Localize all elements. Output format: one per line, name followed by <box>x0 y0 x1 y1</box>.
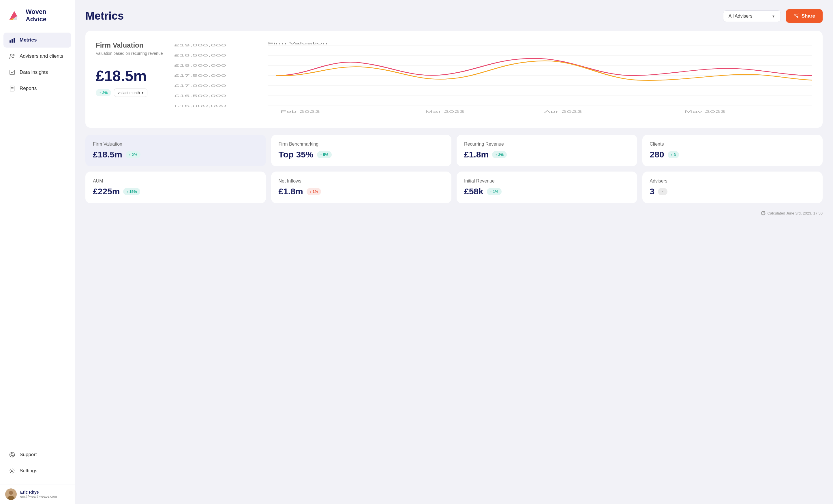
valuation-amount: £18.5m <box>96 67 163 85</box>
user-name: Eric Rhye <box>20 490 70 495</box>
sidebar-item-reports[interactable]: Reports <box>3 81 71 96</box>
up-arrow-icon: ↑ <box>99 91 101 95</box>
sidebar-item-settings[interactable]: Settings <box>3 463 71 478</box>
insights-label: Data insights <box>20 70 48 75</box>
avatar <box>5 488 17 500</box>
valuation-card-subtitle: Valuation based on recurring revenue <box>96 51 163 56</box>
metric-label: Advisers <box>650 178 815 184</box>
header-right: All Advisers ▾ Share <box>723 9 823 23</box>
user-email: eric@wealthweave.com <box>20 495 70 499</box>
svg-text:Apr 2023: Apr 2023 <box>544 110 582 113</box>
metric-card-initial-revenue[interactable]: Initial Revenue £58k ↑ 1% <box>457 172 637 203</box>
metric-badge: ↑ 15% <box>123 188 140 195</box>
adviser-select-value: All Advisers <box>729 14 753 19</box>
vs-period-label: vs last month <box>118 91 140 95</box>
metrics-icon <box>9 37 16 44</box>
metric-card-recurring-revenue[interactable]: Recurring Revenue £1.8m ↑ 3% <box>457 135 637 166</box>
main-nav: Metrics Advisers and clients Data insi <box>0 32 75 436</box>
sidebar-item-insights[interactable]: Data insights <box>3 65 71 80</box>
metric-badge: ↑ 5% <box>317 151 332 158</box>
sidebar-item-metrics[interactable]: Metrics <box>3 32 71 48</box>
svg-point-24 <box>797 13 798 14</box>
metric-value: £18.5m <box>93 150 122 160</box>
main-content: Metrics All Advisers ▾ Share <box>75 0 833 504</box>
svg-text:£16,000,000: £16,000,000 <box>174 104 226 107</box>
valuation-card-title: Firm Valuation <box>96 41 163 49</box>
svg-point-15 <box>11 454 13 456</box>
metrics-label: Metrics <box>20 37 37 43</box>
firm-valuation-card: Firm Valuation Valuation based on recurr… <box>86 31 823 128</box>
svg-text:£18,500,000: £18,500,000 <box>174 54 226 57</box>
user-section[interactable]: Eric Rhye eric@wealthweave.com <box>0 484 75 504</box>
chevron-down-icon: ▾ <box>772 14 775 19</box>
metric-card-benchmarking[interactable]: Firm Benchmarking Top 35% ↑ 5% <box>271 135 452 166</box>
refresh-icon <box>761 211 765 215</box>
advisers-icon <box>9 53 16 60</box>
reports-icon <box>9 85 16 92</box>
insights-icon <box>9 69 16 76</box>
metrics-grid-row1: Firm Valuation £18.5m ↑ 2% Firm Benchmar… <box>86 135 823 166</box>
metric-label: Recurring Revenue <box>464 142 630 147</box>
page-header: Metrics All Advisers ▾ Share <box>86 9 823 23</box>
metric-badge: ↑ 1% <box>487 188 502 195</box>
reports-label: Reports <box>20 86 37 91</box>
metric-value-row: £18.5m ↑ 2% <box>93 150 258 160</box>
support-label: Support <box>20 452 37 458</box>
metric-value-row: 280 ↑ 3 <box>650 150 815 160</box>
metric-card-aum[interactable]: AUM £225m ↑ 15% <box>86 172 266 203</box>
metric-badge: ↑ 3 <box>668 151 679 158</box>
valuation-badge: ↑ 2% <box>96 89 111 96</box>
metric-badge: ↑ 3% <box>492 151 507 158</box>
metric-value-row: £58k ↑ 1% <box>464 187 630 196</box>
svg-rect-5 <box>11 39 13 43</box>
metric-value: £1.8m <box>464 150 489 160</box>
share-icon <box>793 13 799 19</box>
sidebar-bottom: Support Settings <box>0 444 75 484</box>
adviser-dropdown[interactable]: All Advisers ▾ <box>723 10 781 22</box>
metric-label: AUM <box>93 178 258 184</box>
svg-text:May 2023: May 2023 <box>685 110 726 113</box>
metrics-grid-row2: AUM £225m ↑ 15% Net Inflows £1.8m ↓ 1% I… <box>86 172 823 203</box>
metric-label: Firm Valuation <box>93 142 258 147</box>
svg-text:£17,500,000: £17,500,000 <box>174 74 226 77</box>
metric-badge: ↓ 1% <box>307 188 321 195</box>
svg-rect-6 <box>14 38 15 43</box>
metric-value: 280 <box>650 150 664 160</box>
support-icon <box>9 451 16 458</box>
share-label: Share <box>802 13 815 19</box>
metric-value: £1.8m <box>279 187 303 196</box>
metric-badge: - <box>658 188 667 195</box>
share-button[interactable]: Share <box>786 9 823 23</box>
metric-value-row: £225m ↑ 15% <box>93 187 258 196</box>
chevron-down-icon: ▾ <box>142 91 144 95</box>
svg-text:Firm Valuation: Firm Valuation <box>268 42 328 45</box>
metric-value: £58k <box>464 187 483 196</box>
metric-card-firm-valuation[interactable]: Firm Valuation £18.5m ↑ 2% <box>86 135 266 166</box>
metric-card-net-inflows[interactable]: Net Inflows £1.8m ↓ 1% <box>271 172 452 203</box>
logo-area: Woven Advice <box>0 0 75 32</box>
metric-label: Clients <box>650 142 815 147</box>
metric-value: £225m <box>93 187 120 196</box>
sidebar-item-advisers[interactable]: Advisers and clients <box>3 49 71 64</box>
valuation-chart: £19,000,000 £18,500,000 £18,000,000 £17,… <box>174 41 812 117</box>
metric-value-row: Top 35% ↑ 5% <box>279 150 444 160</box>
metric-value-row: 3 - <box>650 187 815 196</box>
user-info: Eric Rhye eric@wealthweave.com <box>20 490 70 499</box>
metric-label: Firm Benchmarking <box>279 142 444 147</box>
vs-period-select[interactable]: vs last month ▾ <box>114 89 147 97</box>
svg-point-20 <box>11 470 13 472</box>
metric-label: Initial Revenue <box>464 178 630 184</box>
metric-value: 3 <box>650 187 655 196</box>
settings-label: Settings <box>20 468 37 474</box>
metric-card-advisers[interactable]: Advisers 3 - <box>642 172 823 203</box>
svg-point-8 <box>13 54 15 56</box>
settings-icon <box>9 467 16 474</box>
svg-text:£19,000,000: £19,000,000 <box>174 44 226 47</box>
metric-card-clients[interactable]: Clients 280 ↑ 3 <box>642 135 823 166</box>
svg-line-27 <box>795 14 797 15</box>
sidebar-item-support[interactable]: Support <box>3 447 71 462</box>
svg-rect-4 <box>9 40 11 43</box>
svg-text:Mar 2023: Mar 2023 <box>425 110 465 113</box>
svg-point-25 <box>797 17 798 18</box>
calculated-text: Calculated June 3rd, 2023, 17:50 <box>767 211 823 215</box>
